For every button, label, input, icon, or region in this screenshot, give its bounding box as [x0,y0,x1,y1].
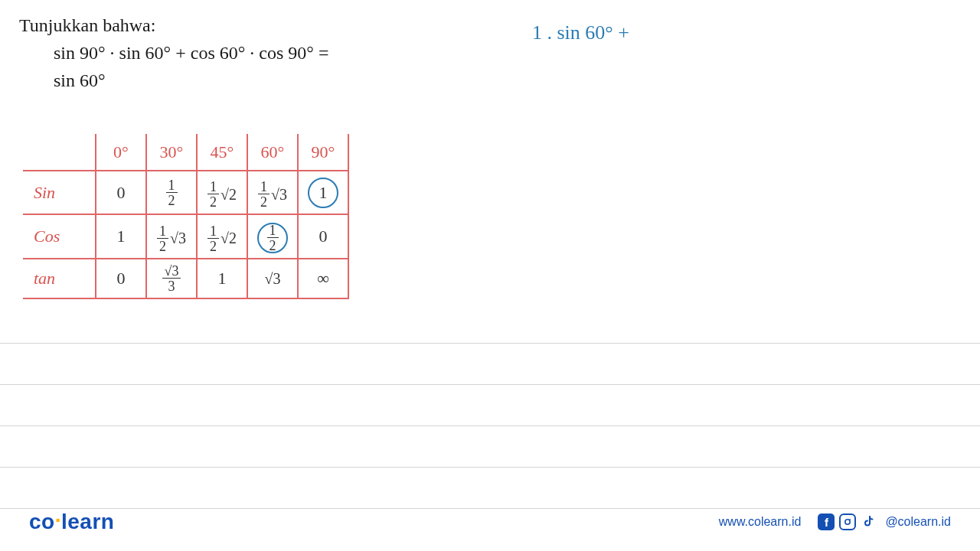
problem-line-2: sin 60° [54,67,328,94]
problem-title: Tunjukkan bahwa: [19,11,328,39]
tiktok-icon [861,514,877,530]
brand-logo: co·learn [29,510,114,534]
handwritten-work: 1 . sin 60° + [532,21,629,44]
trig-value-table: 0° 30° 45° 60° 90° Sin 0 12 12√2 12√3 1 … [23,134,349,299]
svg-point-0 [845,520,850,524]
sin-90: 1 [298,171,348,214]
header-45: 45° [197,134,247,171]
header-blank [23,134,96,171]
social-handle: @colearn.id [885,515,951,529]
facebook-icon: f [818,514,835,530]
sin-0: 0 [96,171,146,214]
circled-value: 1 [308,178,338,208]
svg-point-1 [850,519,851,520]
tan-90: ∞ [298,259,348,298]
circled-value: 12 [257,223,288,253]
tan-30: √33 [146,259,197,298]
problem-line-1: sin 90° · sin 60° + cos 60° · cos 90° = [54,39,328,67]
notebook-ruled-lines [0,302,980,501]
sin-30: 12 [146,171,197,214]
header-60: 60° [247,134,298,171]
tan-45: 1 [197,259,247,298]
row-label-tan: tan [23,259,96,298]
cos-60: 12 [247,214,298,259]
footer-url: www.colearn.id [719,515,802,529]
table-row: Cos 1 12√3 12√2 12 0 [23,214,348,259]
header-0: 0° [96,134,146,171]
row-label-cos: Cos [23,214,96,259]
cos-90: 0 [298,214,348,259]
instagram-icon [839,514,856,530]
tan-60: √3 [247,259,298,298]
sin-60: 12√3 [247,171,298,214]
table-header-row: 0° 30° 45° 60° 90° [23,134,348,171]
row-label-sin: Sin [23,171,96,214]
table-row: Sin 0 12 12√2 12√3 1 [23,171,348,214]
cos-0: 1 [96,214,146,259]
cos-30: 12√3 [146,214,197,259]
handwritten-step-1: 1 . sin 60° + [532,21,629,44]
header-30: 30° [146,134,197,171]
tan-0: 0 [96,259,146,298]
problem-statement: Tunjukkan bahwa: sin 90° · sin 60° + cos… [19,11,328,94]
sin-45: 12√2 [197,171,247,214]
header-90: 90° [298,134,348,171]
table-row: tan 0 √33 1 √3 ∞ [23,259,348,298]
footer: co·learn www.colearn.id f @colearn.id [0,510,980,534]
social-icons: f @colearn.id [818,514,951,530]
cos-45: 12√2 [197,214,247,259]
